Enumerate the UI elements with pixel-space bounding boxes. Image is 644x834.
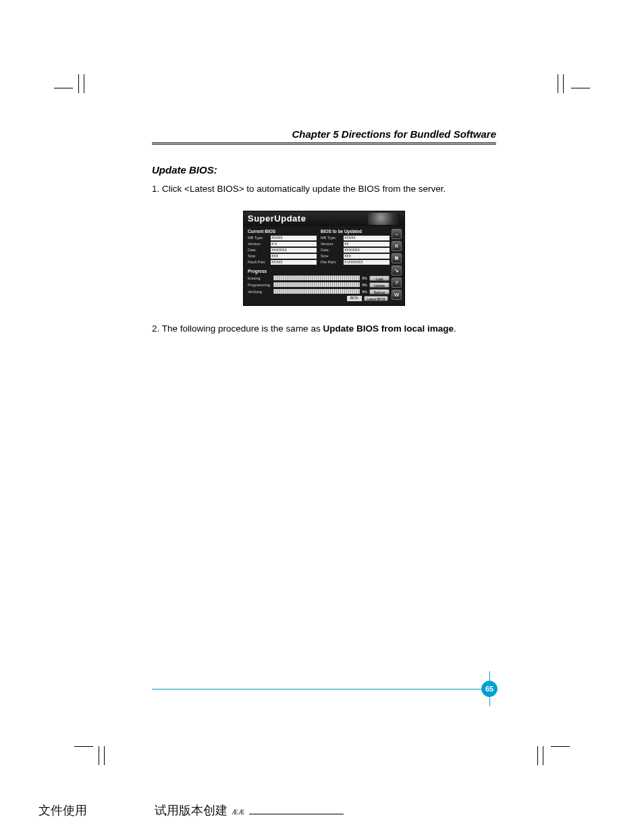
verifying-label: Verifying (248, 290, 272, 294)
superupdate-title-text: SuperUpdate (248, 213, 306, 224)
page-content: Chapter 5 Directions for Bundled Softwar… (152, 128, 496, 342)
watermark-left: 文件使用 (38, 802, 87, 818)
step-2-bold: Update BIOS from local image (323, 323, 454, 334)
watermark-glyph: ÆÆ (232, 808, 245, 816)
update-button[interactable]: Update (369, 282, 390, 288)
size-label-right: Size: (321, 254, 342, 258)
superupdate-titlebar: SuperUpdate (244, 211, 404, 226)
programming-progressbar (273, 282, 360, 287)
crop-mark-tl (54, 74, 95, 101)
erasing-progressbar (273, 276, 360, 280)
footer-rule: 65 (152, 689, 496, 689)
superupdate-logo-graphic (368, 213, 400, 225)
bios-tag: BIOS: (347, 296, 362, 301)
backup-button[interactable]: Backup (369, 289, 390, 294)
crop-mark-tr (549, 74, 590, 101)
chapter-title: Chapter 5 Directions for Bundled Softwar… (152, 128, 496, 140)
section-heading: Update BIOS: (152, 164, 496, 176)
page-footer: 65 (152, 689, 496, 689)
file-value-right: X:\XXX\XXX (344, 260, 390, 265)
help-icon[interactable]: ? (392, 278, 402, 288)
step-2-text: 2. The following procedure is the same a… (152, 322, 496, 336)
current-bios-heading: Current BIOS (248, 229, 317, 234)
close-icon[interactable]: ✕ (392, 241, 402, 251)
size-label-left: Size: (248, 254, 269, 258)
progress-heading: Progress (248, 269, 390, 273)
size-value-right: XXX (344, 254, 390, 259)
version-label-right: Version: (321, 242, 342, 246)
mbtype-value-right: XXXXX (344, 236, 390, 240)
link-icon[interactable]: ↘ (392, 265, 402, 276)
step-2-pre: 2. The following procedure is the same a… (152, 323, 323, 334)
programming-pct: 0% (361, 283, 368, 287)
file-label-right: File Path: (321, 260, 342, 264)
version-label-left: Version: (248, 242, 269, 246)
mbtype-label-right: MB Type: (321, 236, 342, 240)
date-value-right: XX/XX/XX (344, 248, 390, 253)
flash-value-left: XXXXX (271, 260, 317, 265)
mbtype-value-left: XXXXX (271, 236, 317, 240)
verifying-pct: 0% (361, 290, 368, 294)
flash-label-left: Flash Part: (248, 260, 269, 264)
programming-label: Programming (248, 283, 272, 287)
latest-bios-button[interactable]: Latest BIOS (364, 296, 388, 301)
mbtype-label-left: MB Type: (248, 236, 269, 240)
load-button[interactable]: Load (369, 276, 390, 281)
tools-icon[interactable]: ✖ (392, 253, 402, 263)
step-1-text: 1. Click <Latest BIOS> to automatically … (152, 182, 496, 196)
version-value-left: X.X (271, 242, 317, 246)
w-icon[interactable]: W (392, 290, 402, 300)
watermark-right: 试用版本创建 (155, 802, 227, 818)
erasing-pct: 0% (361, 276, 368, 280)
minimize-icon[interactable]: – (392, 229, 402, 239)
pdf-watermark: 文件使用 试用版本创建 ÆÆ (38, 802, 390, 818)
updated-bios-heading: BIOS to be Updated (321, 229, 390, 234)
watermark-underline (249, 814, 344, 814)
page-number-badge: 65 (481, 681, 498, 697)
date-label-left: Date: (248, 248, 269, 252)
date-label-right: Date: (321, 248, 342, 252)
crop-mark-br (529, 739, 570, 766)
step-2-post: . (454, 323, 456, 334)
size-value-left: XXX (271, 254, 317, 259)
version-value-right: XX (344, 242, 390, 246)
crop-mark-bl (74, 739, 115, 766)
superupdate-screenshot: SuperUpdate Current BIOS MB Type:XXXXX V… (243, 211, 405, 306)
chapter-rule (152, 142, 496, 145)
date-value-left: XX/XX/XX (271, 248, 317, 253)
erasing-label: Erasing (248, 276, 272, 280)
verifying-progressbar (273, 289, 360, 294)
